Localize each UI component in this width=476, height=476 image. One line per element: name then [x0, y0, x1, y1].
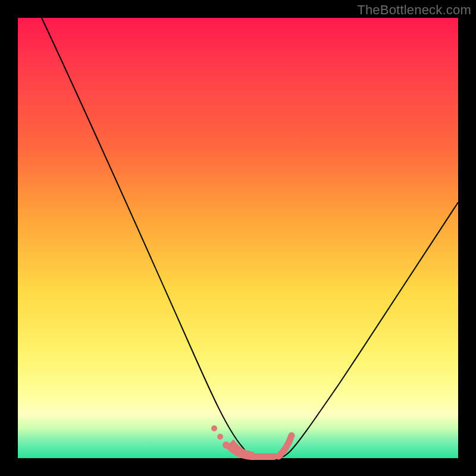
svg-point-0	[211, 425, 217, 431]
svg-point-1	[217, 434, 223, 440]
plot-area	[18, 18, 458, 458]
left-branch	[42, 18, 253, 457]
chart-frame: TheBottleneck.com	[0, 0, 476, 476]
right-branch	[282, 202, 458, 457]
svg-rect-3	[250, 453, 277, 460]
curve-svg	[18, 18, 458, 458]
watermark-text: TheBottleneck.com	[357, 2, 471, 18]
highlight-cluster	[211, 425, 292, 460]
